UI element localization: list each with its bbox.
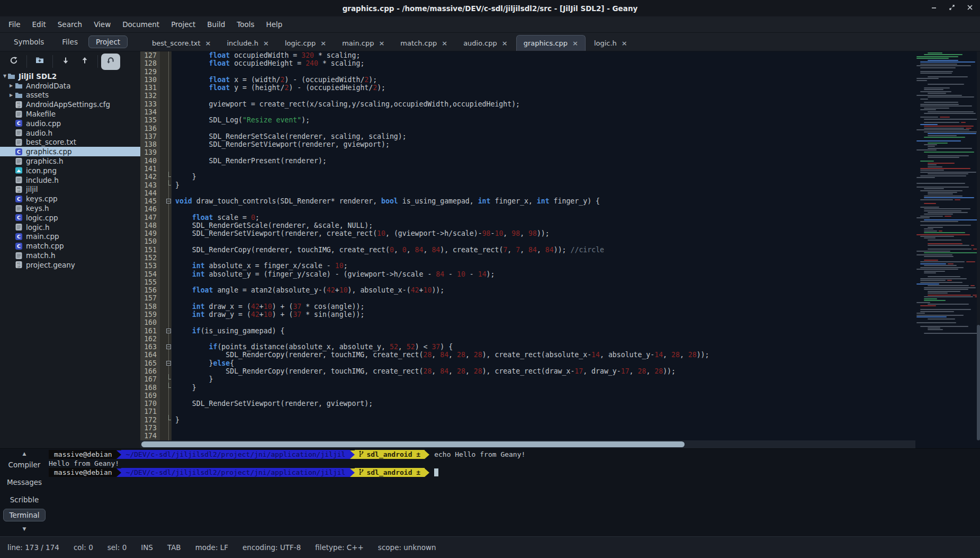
fold-marker-cell[interactable] xyxy=(160,303,172,311)
close-tab-icon[interactable]: × xyxy=(622,39,627,47)
tree-item-graphics.cpp[interactable]: Cgraphics.cpp xyxy=(0,147,140,156)
code-line[interactable]: 164 SDL_RenderCopy(renderer, touchIMG, c… xyxy=(140,351,915,359)
fold-marker-cell[interactable] xyxy=(160,392,172,400)
menu-help[interactable]: Help xyxy=(260,18,289,31)
panel-tab-scribble[interactable]: Scribble xyxy=(3,493,46,506)
tree-item-audio.h[interactable]: audio.h xyxy=(0,128,140,138)
navigate-down-button[interactable] xyxy=(56,54,75,70)
code-line[interactable]: 148 SDL_RenderGetScale(renderer, &scale,… xyxy=(140,222,915,229)
doc-tab-include.h[interactable]: include.h× xyxy=(219,35,276,51)
doc-tab-audio.cpp[interactable]: audio.cpp× xyxy=(456,35,515,51)
code-line[interactable]: 170 SDL_RenderSetViewport(renderer, gvie… xyxy=(140,400,915,408)
code-line[interactable]: 171 xyxy=(140,408,915,415)
doc-tab-main.cpp[interactable]: main.cpp× xyxy=(335,35,392,51)
fold-marker-cell[interactable] xyxy=(160,335,172,343)
fold-marker-cell[interactable] xyxy=(160,262,172,270)
project-file-tree[interactable]: ▼JilJil SDL2▶AndroidData▶assets0110Andro… xyxy=(0,72,140,448)
fold-collapse-icon[interactable] xyxy=(166,199,171,203)
expander-open-icon[interactable]: ▼ xyxy=(0,74,7,78)
sidebar-tab-files[interactable]: Files xyxy=(55,36,85,48)
tree-item-icon.png[interactable]: icon.png xyxy=(0,166,140,175)
tree-item-match.cpp[interactable]: Cmatch.cpp xyxy=(0,241,140,251)
fold-marker-cell[interactable] xyxy=(160,92,172,100)
refresh-button[interactable] xyxy=(4,54,23,70)
fold-marker-cell[interactable] xyxy=(160,246,172,254)
fold-marker-cell[interactable] xyxy=(160,205,172,213)
close-tab-icon[interactable]: × xyxy=(379,39,384,47)
terminal-cursor[interactable] xyxy=(434,468,438,476)
close-tab-icon[interactable]: × xyxy=(205,39,211,47)
tree-item-Makefile[interactable]: Makefile xyxy=(0,109,140,119)
fold-marker-cell[interactable] xyxy=(160,327,172,335)
fold-marker-cell[interactable] xyxy=(160,351,172,359)
code-line[interactable]: 130 float x = (width/2) - (occupiedWidth… xyxy=(140,76,915,84)
code-line[interactable]: 128 float occupiedHeight = 240 * scaling… xyxy=(140,59,915,67)
title-bar[interactable]: graphics.cpp - /home/massive/DEV/c-sdl/j… xyxy=(0,0,980,16)
fold-marker-cell[interactable] xyxy=(160,254,172,262)
navigate-up-button[interactable] xyxy=(75,54,94,70)
tree-item-assets[interactable]: ▶assets xyxy=(0,91,140,100)
code-line[interactable]: 139 xyxy=(140,148,915,156)
code-line[interactable]: 132 xyxy=(140,92,915,100)
fold-marker-cell[interactable] xyxy=(160,343,172,351)
fold-marker-cell[interactable] xyxy=(160,84,172,92)
vertical-scrollbar[interactable] xyxy=(977,51,980,440)
code-line[interactable]: 135 SDL_Log("Resize event"); xyxy=(140,116,915,124)
code-line[interactable]: 150 xyxy=(140,237,915,245)
doc-tab-match.cpp[interactable]: match.cpp× xyxy=(393,35,455,51)
tree-item-AndroidAppSettings.cfg[interactable]: 0110AndroidAppSettings.cfg xyxy=(0,100,140,109)
tree-item-jiljil[interactable]: 0110jiljil xyxy=(0,185,140,194)
doc-tab-logic.h[interactable]: logic.h× xyxy=(587,35,635,51)
menu-file[interactable]: File xyxy=(3,18,26,31)
menu-tools[interactable]: Tools xyxy=(231,18,260,31)
panel-tab-messages[interactable]: Messages xyxy=(3,476,46,489)
close-tab-icon[interactable]: × xyxy=(572,39,578,47)
fold-marker-cell[interactable] xyxy=(160,68,172,76)
close-tab-icon[interactable]: × xyxy=(320,39,326,47)
code-line[interactable]: 163 if(points_distance(absolute_x, absol… xyxy=(140,343,915,351)
fold-marker-cell[interactable] xyxy=(160,116,172,124)
tree-item-logic.h[interactable]: logic.h xyxy=(0,223,140,232)
tree-item-keys.h[interactable]: keys.h xyxy=(0,203,140,213)
fold-marker-cell[interactable] xyxy=(160,237,172,245)
fold-collapse-icon[interactable] xyxy=(166,344,171,349)
doc-tab-best_score.txt[interactable]: best_score.txt× xyxy=(145,35,218,51)
fold-marker-cell[interactable] xyxy=(160,424,172,432)
code-line[interactable]: 142 } xyxy=(140,173,915,181)
fold-marker-cell[interactable] xyxy=(160,197,172,205)
minimap[interactable] xyxy=(915,51,977,440)
code-line[interactable]: 133 gviewport = create_rect(x/scaling,y/… xyxy=(140,100,915,108)
fold-collapse-icon[interactable] xyxy=(166,329,171,333)
tree-item-AndroidData[interactable]: ▶AndroidData xyxy=(0,81,140,91)
code-line[interactable]: 158 int draw_x = (42+10) + (37 * cos(ang… xyxy=(140,303,915,311)
code-line[interactable]: 137 SDL_RenderSetScale(renderer, scaling… xyxy=(140,132,915,140)
fold-marker-cell[interactable] xyxy=(160,270,172,278)
code-line[interactable]: 173 xyxy=(140,424,915,432)
fold-marker-cell[interactable] xyxy=(160,416,172,424)
fold-marker-cell[interactable] xyxy=(160,148,172,156)
code-line[interactable]: 156 float angle = atan2(absolute_y-(42+1… xyxy=(140,286,915,294)
horizontal-scrollbar-thumb[interactable] xyxy=(141,441,685,447)
code-line[interactable]: 165 }else{ xyxy=(140,359,915,367)
code-line[interactable]: 168 } xyxy=(140,384,915,392)
fold-marker-cell[interactable] xyxy=(160,189,172,197)
menu-edit[interactable]: Edit xyxy=(26,18,52,31)
fold-marker-cell[interactable] xyxy=(160,318,172,326)
horizontal-scrollbar[interactable] xyxy=(140,440,915,448)
code-line[interactable]: 131 float y = (height/2) - (occupiedHeig… xyxy=(140,84,915,92)
fold-marker-cell[interactable] xyxy=(160,229,172,237)
code-line[interactable]: 141 xyxy=(140,165,915,173)
restore-button[interactable] xyxy=(946,3,958,14)
tree-item-main.cpp[interactable]: Cmain.cpp xyxy=(0,232,140,242)
code-line[interactable]: 161 if(is_using_gamepad) { xyxy=(140,327,915,335)
fold-marker-cell[interactable] xyxy=(160,125,172,132)
code-line[interactable]: 160 xyxy=(140,318,915,326)
menu-project[interactable]: Project xyxy=(165,18,201,31)
code-line[interactable]: 162 xyxy=(140,335,915,343)
add-folder-button[interactable] xyxy=(30,54,49,70)
fold-marker-cell[interactable] xyxy=(160,294,172,302)
tree-item-graphics.h[interactable]: graphics.h xyxy=(0,156,140,166)
code-line[interactable]: 129 xyxy=(140,68,915,76)
code-line[interactable]: 169 xyxy=(140,392,915,400)
fold-marker-cell[interactable] xyxy=(160,432,172,440)
